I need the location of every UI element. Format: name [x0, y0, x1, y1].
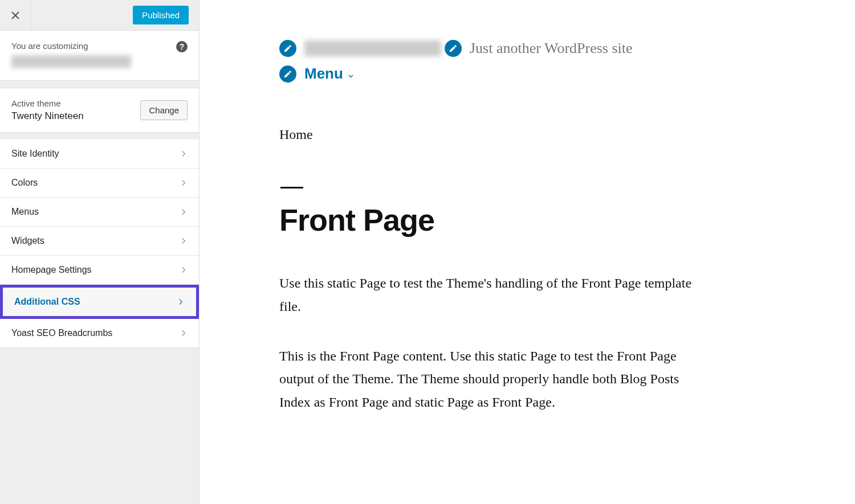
menu-item-menus[interactable]: Menus	[0, 198, 199, 227]
chevron-right-icon	[180, 179, 188, 187]
edit-tagline-button[interactable]	[445, 40, 462, 57]
menu-item-widgets[interactable]: Widgets	[0, 227, 199, 256]
site-name-blurred	[11, 55, 131, 68]
menu-item-label: Colors	[11, 178, 38, 188]
chevron-right-icon	[180, 208, 188, 216]
menu-item-site-identity[interactable]: Site Identity	[0, 140, 199, 169]
chevron-right-icon	[177, 298, 185, 306]
published-button[interactable]: Published	[133, 6, 189, 24]
site-header-row: Just another WordPress site	[279, 40, 821, 57]
menu-item-colors[interactable]: Colors	[0, 169, 199, 198]
customizing-label: You are customizing	[11, 41, 131, 51]
primary-menu-row: Menu ⌄	[279, 65, 821, 83]
active-theme-section: Active theme Twenty Nineteen Change	[0, 88, 199, 133]
chevron-right-icon	[180, 329, 188, 337]
pencil-icon	[283, 69, 292, 79]
content-paragraph: Use this static Page to test the Theme's…	[279, 272, 701, 318]
close-button[interactable]	[0, 0, 31, 30]
chevron-right-icon	[180, 266, 188, 274]
chevron-down-icon: ⌄	[347, 68, 355, 80]
menu-item-label: Yoast SEO Breadcrumbs	[11, 328, 112, 338]
page-title: Front Page	[279, 202, 821, 237]
sidebar-header: Published	[0, 0, 199, 30]
site-tagline: Just another WordPress site	[470, 40, 633, 57]
preview-pane: Just another WordPress site Menu ⌄ Home …	[199, 0, 855, 504]
change-theme-button[interactable]: Change	[140, 100, 188, 120]
chevron-right-icon	[180, 150, 188, 158]
menu-item-yoast-breadcrumbs[interactable]: Yoast SEO Breadcrumbs	[0, 319, 199, 348]
close-icon	[10, 10, 21, 21]
menu-item-label: Homepage Settings	[11, 265, 92, 275]
edit-site-title-button[interactable]	[279, 40, 296, 57]
customizer-sidebar: Published You are customizing ? Active t…	[0, 0, 199, 504]
menu-item-label: Menus	[11, 207, 39, 217]
breadcrumb-home[interactable]: Home	[279, 127, 821, 142]
customizing-section: You are customizing ?	[0, 30, 199, 81]
chevron-right-icon	[180, 237, 188, 245]
menu-item-label: Additional CSS	[14, 297, 80, 307]
menu-item-additional-css[interactable]: Additional CSS	[0, 285, 199, 319]
pencil-icon	[283, 44, 292, 53]
menu-toggle-label[interactable]: Menu	[304, 65, 343, 83]
active-theme-name: Twenty Nineteen	[11, 110, 84, 122]
customizer-menu-list: Site Identity Colors Menus Widgets Homep…	[0, 140, 199, 348]
menu-item-label: Widgets	[11, 236, 44, 246]
content-paragraph: This is the Front Page content. Use this…	[279, 345, 701, 414]
menu-item-label: Site Identity	[11, 149, 59, 159]
title-divider	[280, 187, 303, 189]
pencil-icon	[449, 44, 458, 53]
site-title-blurred	[304, 40, 441, 56]
help-icon[interactable]: ?	[176, 41, 188, 52]
menu-item-homepage-settings[interactable]: Homepage Settings	[0, 256, 199, 285]
edit-menu-button[interactable]	[279, 65, 296, 83]
active-theme-label: Active theme	[11, 99, 84, 108]
